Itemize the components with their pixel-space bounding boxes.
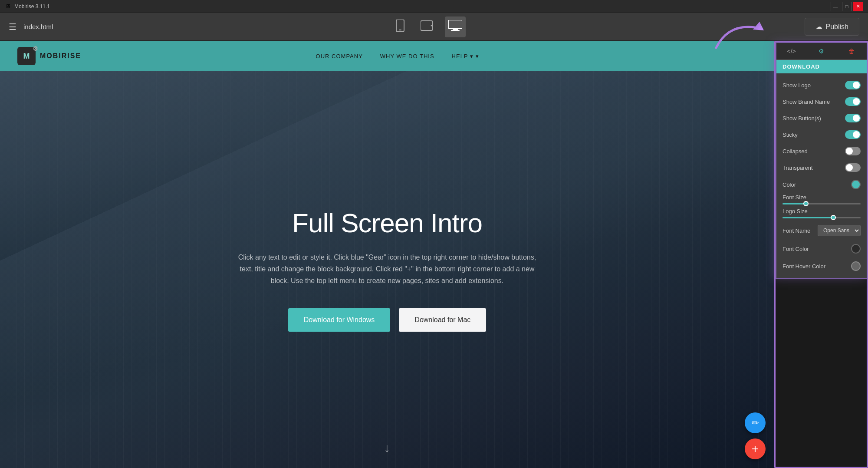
title-bar-controls: — □ ✕ xyxy=(831,2,863,11)
gear-icon: ⚙ xyxy=(819,48,824,55)
brand-name: MOBIRISE xyxy=(40,52,81,60)
panel-item-collapsed: Collapsed xyxy=(776,143,867,159)
font-hover-color-label: Font Hover Color xyxy=(783,263,825,270)
show-logo-toggle[interactable] xyxy=(845,81,861,89)
device-tablet-button[interactable] xyxy=(417,16,436,37)
download-windows-button[interactable]: Download for Windows xyxy=(288,308,391,332)
logo-letter: M xyxy=(23,52,30,61)
show-logo-label: Show Logo xyxy=(783,82,811,89)
preview-area: M ⚙ MOBIRISE OUR COMPANY WHY WE DO THIS … xyxy=(0,41,774,468)
hero-content: Full Screen Intro Click any text to edit… xyxy=(218,208,556,332)
panel-item-color: Color xyxy=(776,176,867,193)
show-brand-toggle[interactable] xyxy=(845,97,861,106)
panel-item-font-color: Font Color xyxy=(776,240,867,257)
toolbar-left: ☰ index.html xyxy=(9,22,53,32)
arrow-pointer xyxy=(712,17,768,58)
panel-item-font-size: Font Size xyxy=(776,193,867,207)
font-size-track[interactable] xyxy=(783,203,861,204)
panel-download-header: DOWNLOAD xyxy=(776,60,867,73)
nav-links: OUR COMPANY WHY WE DO THIS HELP ▾ xyxy=(316,53,479,59)
color-swatch[interactable] xyxy=(851,180,861,189)
settings-panel: </> ⚙ 🗑 DOWNLOAD Show Logo xyxy=(776,42,867,279)
svg-rect-1 xyxy=(399,30,401,30)
svg-marker-7 xyxy=(753,22,764,30)
panel-delete-button[interactable]: 🗑 xyxy=(837,43,867,59)
minimize-button[interactable]: — xyxy=(831,2,840,11)
maximize-button[interactable]: □ xyxy=(842,2,852,11)
nav-link-why[interactable]: WHY WE DO THIS xyxy=(380,53,434,59)
arrow-svg xyxy=(712,17,768,56)
logo-gears-icon: ⚙ xyxy=(33,45,38,52)
logo-size-track[interactable] xyxy=(783,217,861,218)
show-buttons-label: Show Button(s) xyxy=(783,115,821,122)
font-size-thumb[interactable] xyxy=(803,201,809,206)
add-icon: + xyxy=(752,442,759,456)
sticky-toggle[interactable] xyxy=(845,130,861,139)
logo-size-label: Logo Size xyxy=(783,208,861,214)
show-buttons-toggle[interactable] xyxy=(845,114,861,122)
scroll-down-arrow: ↓ xyxy=(384,441,390,455)
publish-button[interactable]: ☁ Publish xyxy=(805,18,859,36)
transparent-toggle[interactable] xyxy=(845,163,861,172)
hero-section: Full Screen Intro Click any text to edit… xyxy=(0,71,774,468)
svg-rect-4 xyxy=(448,20,462,29)
close-button[interactable]: ✕ xyxy=(853,2,863,11)
edit-icon: ✏ xyxy=(752,418,759,428)
panel-item-show-logo: Show Logo xyxy=(776,77,867,93)
logo-size-thumb[interactable] xyxy=(831,215,836,220)
svg-rect-5 xyxy=(453,29,458,30)
panel-item-font-name: Font Name Open Sans Roboto Lato Montserr… xyxy=(776,221,867,240)
hero-title: Full Screen Intro xyxy=(235,208,539,238)
font-name-label: Font Name xyxy=(783,227,810,234)
logo-box: M ⚙ xyxy=(17,47,36,65)
svg-point-3 xyxy=(431,25,432,26)
show-brand-label: Show Brand Name xyxy=(783,99,830,105)
nav-logo-group: M ⚙ MOBIRISE xyxy=(17,47,81,65)
code-icon: </> xyxy=(787,48,796,55)
delete-icon: 🗑 xyxy=(848,48,855,55)
hero-subtitle: Click any text to edit or style it. Clic… xyxy=(235,251,539,287)
device-switcher xyxy=(392,16,466,38)
app-title: Mobirise 3.11.1 xyxy=(14,3,50,10)
settings-panel-wrapper: </> ⚙ 🗑 DOWNLOAD Show Logo xyxy=(774,41,868,468)
collapsed-toggle[interactable] xyxy=(845,147,861,155)
download-mac-button[interactable]: Download for Mac xyxy=(399,308,486,332)
panel-item-logo-size: Logo Size xyxy=(776,207,867,221)
device-mobile-button[interactable] xyxy=(392,16,408,38)
preview-navbar: M ⚙ MOBIRISE OUR COMPANY WHY WE DO THIS … xyxy=(0,41,774,71)
panel-item-sticky: Sticky xyxy=(776,126,867,143)
transparent-label: Transparent xyxy=(783,165,813,171)
panel-gear-button[interactable]: ⚙ xyxy=(806,43,836,59)
font-hover-color-swatch[interactable] xyxy=(851,261,861,271)
font-name-select[interactable]: Open Sans Roboto Lato Montserrat xyxy=(818,225,861,236)
panel-item-transparent: Transparent xyxy=(776,159,867,176)
svg-rect-6 xyxy=(451,30,460,31)
title-bar-left: 🖥 Mobirise 3.11.1 xyxy=(5,3,50,10)
nav-link-help[interactable]: HELP ▾ xyxy=(452,53,479,59)
publish-label: Publish xyxy=(826,23,848,31)
title-bar: 🖥 Mobirise 3.11.1 — □ ✕ xyxy=(0,0,868,13)
nav-link-company[interactable]: OUR COMPANY xyxy=(316,53,363,59)
color-label: Color xyxy=(783,181,796,188)
font-color-swatch[interactable] xyxy=(851,244,861,254)
publish-icon: ☁ xyxy=(815,23,822,31)
hamburger-menu[interactable]: ☰ xyxy=(9,22,16,32)
sticky-label: Sticky xyxy=(783,132,798,138)
toolbar-right: ☁ Publish xyxy=(805,18,859,36)
panel-body: Show Logo Show Brand Name Show Button(s)… xyxy=(776,73,867,278)
panel-code-button[interactable]: </> xyxy=(776,43,806,59)
fab-add-button[interactable]: + xyxy=(745,438,766,459)
font-size-label: Font Size xyxy=(783,194,861,201)
device-desktop-button[interactable] xyxy=(445,16,466,37)
app-icon: 🖥 xyxy=(5,3,11,10)
panel-item-show-brand: Show Brand Name xyxy=(776,93,867,110)
main-content: M ⚙ MOBIRISE OUR COMPANY WHY WE DO THIS … xyxy=(0,41,868,468)
filename-label: index.html xyxy=(23,23,53,30)
panel-item-font-hover-color: Font Hover Color xyxy=(776,257,867,275)
font-color-label: Font Color xyxy=(783,246,809,252)
panel-toolbar: </> ⚙ 🗑 xyxy=(776,43,867,60)
panel-item-show-buttons: Show Button(s) xyxy=(776,110,867,126)
fab-edit-button[interactable]: ✏ xyxy=(745,412,766,433)
collapsed-label: Collapsed xyxy=(783,148,808,155)
hero-buttons: Download for Windows Download for Mac xyxy=(235,308,539,332)
